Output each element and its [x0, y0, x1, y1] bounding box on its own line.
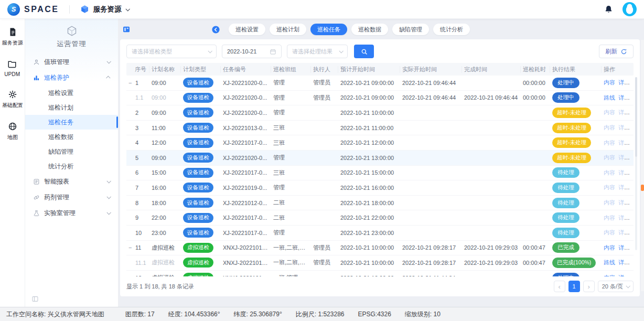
chevron-down-icon	[126, 7, 130, 11]
sidebar-group-duty-management[interactable]: 值班管理	[25, 54, 118, 70]
table-row[interactable]: 1.109:00设备巡检XJ-20221020-0...管理管理员2022-10…	[126, 91, 634, 106]
tab-statistics-analysis[interactable]: 统计分析	[433, 24, 470, 35]
sidebar-item-inspection-plan[interactable]: 巡检计划	[25, 100, 118, 115]
status-latitude: 纬度: 25.306879°	[234, 310, 282, 319]
table-row[interactable]: 412:00设备巡检XJ-20221017-0...三班2022-10-21 1…	[126, 135, 634, 151]
page-size-select[interactable]: 20 条/页	[598, 281, 634, 292]
cell-team: 管理	[271, 79, 311, 87]
table-row[interactable]: 922:00设备巡检XJ-20221017-0...二班2022-10-21 2…	[126, 210, 634, 226]
notification-bell-icon[interactable]	[604, 5, 613, 14]
prev-page-button[interactable]: ‹	[554, 281, 565, 292]
op-link[interactable]: 内容	[604, 79, 615, 85]
scrollbar-thumb[interactable]	[635, 77, 637, 157]
op-link[interactable]: 详情	[618, 244, 630, 251]
table-row[interactable]: −11虚拟巡检虚拟巡检XNXJ-20221017...一班,二班,三班...管理…	[126, 241, 634, 256]
module-switcher[interactable]: 服务资源	[80, 5, 129, 14]
cell-finish-time: 2022-10-21 09:29:03	[462, 260, 521, 266]
cell-team: 三班	[271, 139, 311, 147]
search-button[interactable]	[354, 45, 374, 58]
cell-actions: 路线详情	[602, 259, 633, 266]
cell-task-code: XJ-20221012-0...	[221, 200, 271, 206]
status-badge: 超时-未处理	[552, 123, 591, 133]
plan-type-badge: 设备巡检	[183, 93, 213, 103]
collapse-toggle[interactable]: −	[128, 244, 135, 251]
table-row[interactable]: 818:00设备巡检XJ-20221012-0...二班2022-10-21 1…	[126, 196, 634, 211]
cell-result: 待处理	[550, 212, 602, 223]
table-row[interactable]: 615:00设备巡检XJ-20221017-0...三班2022-10-21 1…	[126, 166, 634, 181]
rail-item-label: UPDM	[5, 71, 20, 77]
window-scrollbar[interactable]	[641, 40, 644, 291]
tab-defect-management[interactable]: 缺陷管理	[392, 24, 429, 35]
cell-plan-type: 设备巡检	[181, 78, 221, 88]
collapse-toggle[interactable]: −	[128, 80, 135, 86]
status-badge: 超时-未处理	[552, 153, 591, 163]
tab-inspection-settings[interactable]: 巡检设置	[229, 24, 265, 35]
table-scrollbar[interactable]	[635, 77, 637, 250]
sidebar-item-statistics-analysis[interactable]: 统计分析	[25, 159, 118, 174]
rail-item-service-resource[interactable]: 服务资源	[1, 27, 24, 47]
tab-inspection-plan[interactable]: 巡检计划	[270, 24, 306, 35]
sidebar-item-inspection-task[interactable]: 巡检任务	[25, 115, 118, 130]
cell-no: 11.1	[126, 260, 149, 266]
tab-inspection-data[interactable]: 巡检数据	[351, 24, 388, 35]
sidebar-group-lab-management[interactable]: 实验室管理	[25, 205, 118, 221]
column-header: 序号	[126, 66, 149, 73]
table-row[interactable]: 11.1虚拟巡检虚拟巡检XNXJ-20221017...一班,二班,三班...管…	[126, 255, 634, 271]
collapse-circle-icon[interactable]	[211, 25, 220, 34]
cell-plan-start: 2022-10-21 10:00:00	[338, 244, 400, 251]
rail-item-label: 地图	[7, 134, 17, 141]
table-row[interactable]: 716:00设备巡检XJ-20221019-0...管理2022-10-21 1…	[126, 180, 634, 196]
sidebar-collapse-icon[interactable]	[31, 295, 39, 303]
cell-plan-type: 设备巡检	[181, 228, 221, 238]
cell-team: 二班	[271, 214, 311, 222]
cell-task-code: XJ-20221017-0...	[221, 169, 271, 176]
column-header: 计划名称	[149, 66, 181, 73]
chevron-down-icon	[106, 195, 111, 199]
cell-plan-name: 23:00	[149, 230, 181, 236]
divider	[69, 5, 70, 14]
sidebar-item-inspection-settings[interactable]: 巡检设置	[25, 85, 118, 100]
space-logo-icon: S	[7, 3, 20, 16]
cell-team: 一班,二班,三班...	[271, 259, 311, 266]
cell-plan-start: 2022-10-21 13:00:00	[338, 155, 400, 161]
next-page-button[interactable]: ›	[583, 281, 595, 292]
table-row[interactable]: −109:00设备巡检XJ-20221020-0...管理管理员2022-10-…	[126, 76, 634, 91]
cell-actual-start: 2022-10-21 09:28:17	[400, 244, 462, 251]
current-page-button[interactable]: 1	[568, 281, 580, 292]
chevron-down-icon	[208, 49, 212, 53]
page-size-value: 20 条/页	[602, 283, 623, 291]
op-link[interactable]: 内容	[604, 244, 615, 251]
avatar[interactable]	[622, 2, 637, 16]
op-link[interactable]: 详情	[618, 79, 630, 85]
op-link[interactable]: 详情	[618, 94, 630, 101]
sidebar-item-defect-management[interactable]: 缺陷管理	[25, 144, 118, 159]
table-row[interactable]: 12虚拟巡检虚拟巡检XNXJ-20221017...一班,管理2022-10-2…	[126, 271, 634, 276]
sidebar-group-smart-report[interactable]: 智能报表	[25, 174, 118, 189]
refresh-button[interactable]: 刷新	[599, 45, 634, 58]
sidebar-item-inspection-data[interactable]: 巡检数据	[25, 130, 118, 144]
date-picker[interactable]: 2022-10-21	[222, 45, 282, 58]
op-link[interactable]: 详情	[618, 259, 630, 265]
table-row[interactable]: 209:00设备巡检XJ-20221020-0...管理2022-10-21 1…	[126, 105, 634, 121]
table-row[interactable]: 509:00设备巡检XJ-20221020-0...管理2022-10-21 1…	[126, 151, 634, 166]
op-link: 详情	[618, 184, 630, 190]
tab-inspection-task[interactable]: 巡检任务	[310, 24, 347, 35]
column-header: 操作	[602, 66, 633, 73]
inspection-type-select[interactable]: 请选择巡检类型	[126, 45, 217, 58]
rail-item-updm[interactable]: UPDM	[4, 59, 20, 77]
table-row[interactable]: 311:00设备巡检XJ-20221013-0...三班2022-10-21 1…	[126, 121, 634, 136]
table-footer: 显示 1 到 18, 共 18 条记录 ‹ 1 › 20 条/页	[126, 276, 634, 292]
op-link[interactable]: 路线	[604, 94, 615, 101]
rail-item-map[interactable]: 地图	[7, 122, 18, 141]
table-row[interactable]: 1023:00设备巡检XJ-20221017-0...管理2022-10-21 …	[126, 226, 634, 241]
sidebar-group-inspection-maintenance[interactable]: 巡检养护	[25, 70, 118, 85]
cell-result: 待处理	[550, 228, 602, 238]
sidebar-group-chemical-management[interactable]: 药剂管理	[25, 189, 118, 205]
op-link[interactable]: 路线	[604, 259, 615, 265]
person-icon	[33, 59, 40, 66]
cell-no: 9	[126, 215, 149, 221]
sidebar-item-label: 巡检计划	[48, 104, 73, 111]
result-select[interactable]: 请选择处理结果	[287, 45, 348, 58]
rail-item-basic-config[interactable]: 基础配置	[1, 90, 24, 109]
panel-toggle-icon[interactable]	[122, 25, 131, 34]
